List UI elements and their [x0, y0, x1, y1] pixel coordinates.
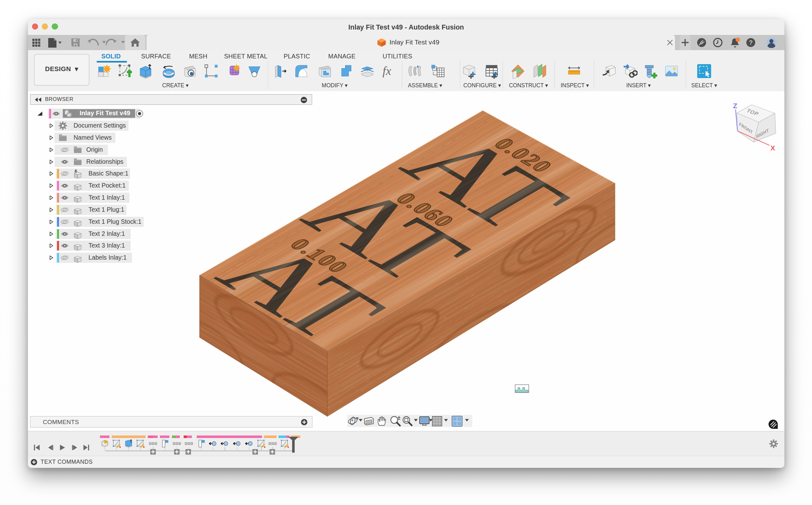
svg-text:X: X: [770, 144, 775, 152]
svg-text:Z: Z: [733, 102, 737, 110]
svg-text:?: ?: [749, 39, 753, 46]
svg-text:fx: fx: [382, 64, 391, 77]
